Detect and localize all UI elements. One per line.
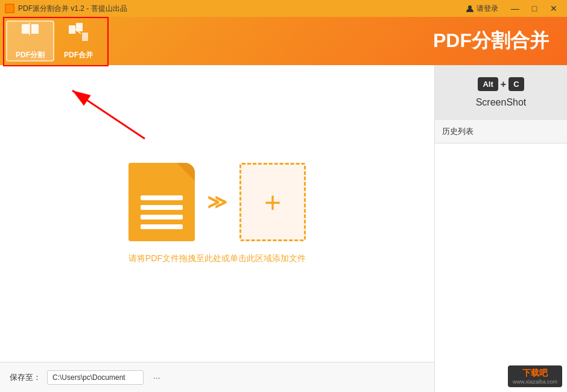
- pdf-merge-icon: [68, 22, 89, 48]
- pdf-document-icon: [128, 163, 195, 241]
- save-path[interactable]: C:\Users\pc\Document: [47, 370, 144, 385]
- pdf-split-button[interactable]: PDF分割: [6, 21, 54, 62]
- login-label: 请登录: [477, 4, 498, 14]
- watermark-line2: www.xiazaiba.com: [513, 379, 557, 385]
- app-icon: [5, 4, 14, 13]
- add-file-button[interactable]: +: [239, 163, 306, 241]
- pdf-split-icon: [19, 22, 41, 48]
- right-sidebar: Alt + C ScreenShot 历史列表 下载吧 www.xiazaiba…: [434, 65, 567, 392]
- watermark-line1: 下载吧: [522, 368, 548, 379]
- drop-zone[interactable]: ≫ + 请将PDF文件拖拽至此处或单击此区域添加文件: [0, 65, 434, 362]
- save-more-button[interactable]: ···: [150, 371, 164, 384]
- app-main-title: PDF分割合并: [433, 28, 561, 54]
- pdf-doc-lines: [141, 195, 183, 229]
- shortcut-display: Alt + C: [478, 77, 524, 91]
- drop-zone-icons: ≫ +: [128, 163, 306, 241]
- svg-rect-3: [31, 24, 39, 34]
- close-button[interactable]: ✕: [545, 0, 562, 17]
- login-button[interactable]: 请登录: [466, 4, 498, 14]
- toolbar: PDF分割 PDF合并 PDF分割合并: [0, 17, 567, 65]
- minimize-button[interactable]: —: [507, 0, 524, 17]
- plus-sign: +: [501, 79, 506, 90]
- content-area: ≫ + 请将PDF文件拖拽至此处或单击此区域添加文件 保存至： C:\Users…: [0, 65, 434, 392]
- bottom-bar: 保存至： C:\Users\pc\Document ···: [0, 362, 434, 392]
- pdf-merge-button[interactable]: PDF合并: [54, 21, 103, 62]
- save-label: 保存至：: [10, 372, 41, 383]
- c-key-badge: C: [508, 77, 524, 91]
- drop-hint-text: 请将PDF文件拖拽至此处或单击此区域添加文件: [128, 253, 306, 264]
- pdf-split-label: PDF分割: [16, 50, 45, 60]
- main-layout: ≫ + 请将PDF文件拖拽至此处或单击此区域添加文件 保存至： C:\Users…: [0, 65, 567, 392]
- title-bar-controls: 请登录 — □ ✕: [466, 0, 562, 17]
- svg-rect-2: [22, 24, 29, 34]
- title-bar-left: PDF派分割合并 v1.2 - 菩提山出品: [5, 4, 127, 14]
- screenshot-area: Alt + C ScreenShot: [435, 65, 567, 120]
- watermark: 下载吧 www.xiazaiba.com: [508, 365, 562, 387]
- pdf-doc-line: [141, 205, 183, 210]
- alt-key-badge: Alt: [478, 77, 498, 91]
- pdf-doc-line: [141, 195, 183, 200]
- history-list: [435, 144, 567, 392]
- forward-arrow-icon: ≫: [207, 191, 227, 213]
- app-title: PDF派分割合并 v1.2 - 菩提山出品: [18, 4, 127, 14]
- pdf-merge-label: PDF合并: [64, 50, 93, 60]
- pdf-doc-line: [141, 215, 183, 220]
- title-bar: PDF派分割合并 v1.2 - 菩提山出品 请登录 — □ ✕: [0, 0, 567, 17]
- svg-rect-0: [6, 5, 13, 12]
- svg-rect-5: [69, 25, 75, 34]
- svg-rect-7: [82, 33, 88, 41]
- pdf-doc-line: [141, 224, 183, 229]
- screenshot-label: ScreenShot: [476, 97, 527, 108]
- history-title: 历史列表: [435, 120, 567, 144]
- add-icon: +: [264, 186, 281, 219]
- maximize-button[interactable]: □: [526, 0, 543, 17]
